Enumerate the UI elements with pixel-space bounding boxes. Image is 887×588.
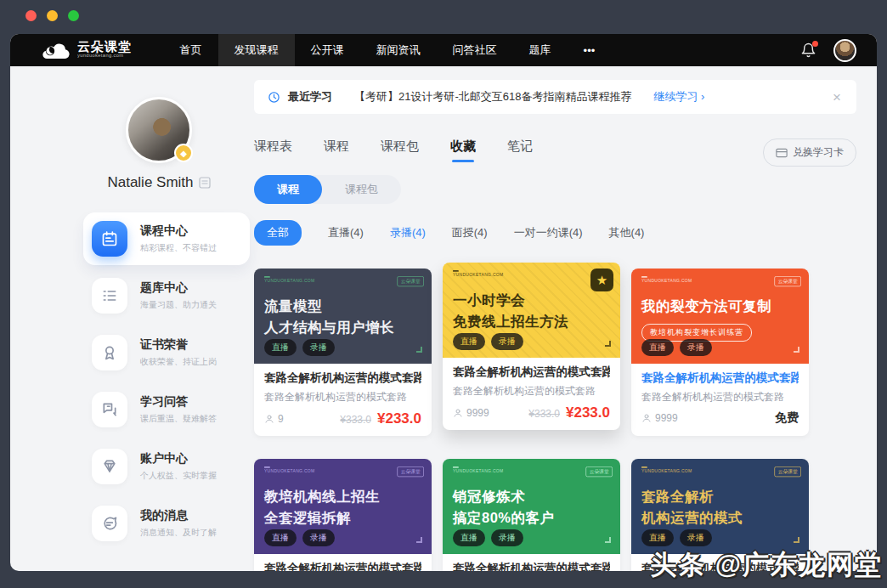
logo[interactable]: 云朵课堂 yunduoketang.com: [42, 41, 142, 60]
nav-item-open-classes[interactable]: 公开课: [295, 34, 360, 66]
course-card[interactable]: YUNDUOKETANG.COM ★ 一小时学会 免费线上招生方法 直播 录播: [443, 263, 620, 430]
cover-title-line1: 流量模型: [264, 296, 421, 317]
close-icon[interactable]: ×: [833, 90, 841, 105]
sidebar-item-certificates[interactable]: 证书荣誉 收获荣誉、持证上岗: [83, 326, 250, 379]
sidebar-item-course-center[interactable]: 课程中心 精彩课程、不容错过: [83, 212, 250, 265]
course-card[interactable]: YUNDUOKETANG.COM 云朵课堂 流量模型 人才结构与用户增长 直播 …: [254, 269, 432, 436]
tag-recorded: 录播: [680, 529, 712, 546]
calendar-icon: [92, 221, 127, 257]
nav-item-qa-community[interactable]: 问答社区: [437, 34, 513, 66]
message-icon: [92, 506, 127, 541]
current-price: ¥233.0: [566, 404, 610, 421]
sidebar-item-my-messages[interactable]: 我的消息 消息通知、及时了解: [83, 497, 250, 550]
toggle-course[interactable]: 课程: [254, 175, 322, 204]
maximize-window-button[interactable]: [68, 10, 79, 21]
tag-live: 直播: [641, 339, 674, 356]
menu-item-title: 题库中心: [140, 280, 217, 296]
cover-title-line1: 套路全解析: [641, 486, 799, 507]
filter-row: 全部 直播(4) 录播(4) 面授(4) 一对一约课(4) 其他(4): [254, 220, 856, 246]
course-type-toggle: 课程 课程包: [254, 175, 401, 204]
cover-site-text: YUNDUOKETANG.COM: [264, 276, 362, 284]
profile-avatar: ◆: [126, 97, 192, 163]
course-cover: YUNDUOKETANG.COM 云朵课堂 套路全解析 机构运营的模式 直播 录…: [631, 459, 809, 554]
cover-title-line2: 免费线上招生方法: [453, 311, 610, 332]
exchange-study-card-button[interactable]: 兑换学习卡: [763, 139, 856, 167]
course-info: 套路全解析机构运营的模式套路 套路全解析机构运营的模式套路 9999 ¥333.…: [443, 358, 620, 430]
tag-recorded: 录播: [302, 529, 335, 546]
sidebar-item-account-center[interactable]: 账户中心 个人权益、实时掌握: [83, 440, 250, 493]
course-info: 套路全解析机构运营的模式套路 套路全解析机构运营的模式套路 9999 免费: [631, 364, 809, 434]
course-title[interactable]: 套路全解析机构运营的模式套路: [453, 561, 610, 571]
menu-item-subtitle: 海量习题、助力通关: [140, 299, 217, 311]
filter-live[interactable]: 直播(4): [328, 225, 364, 240]
tag-live: 直播: [264, 339, 297, 356]
close-window-button[interactable]: [25, 10, 37, 21]
tag-recorded: 录播: [680, 339, 712, 356]
sidebar-item-learning-qa[interactable]: 学习问答 课后重温、疑难解答: [83, 383, 250, 436]
tag-live: 直播: [264, 529, 297, 546]
cover-site-text: YUNDUOKETANG.COM: [453, 270, 551, 278]
student-count: 9: [278, 413, 284, 425]
course-card[interactable]: YUNDUOKETANG.COM 云朵课堂 教培机构线上招生 全套逻辑拆解 直播…: [254, 459, 432, 571]
tab-courses[interactable]: 课程: [324, 139, 349, 162]
star-badge-icon: ★: [590, 269, 613, 291]
course-title[interactable]: 套路全解析机构运营的模式套路: [264, 370, 421, 386]
corner-bracket: [794, 347, 799, 353]
course-cover: YUNDUOKETANG.COM 云朵课堂 流量模型 人才结构与用户增长 直播 …: [254, 269, 432, 364]
corner-bracket: [416, 537, 422, 543]
cover-site-text: YUNDUOKETANG.COM: [453, 466, 551, 474]
course-cover: YUNDUOKETANG.COM ★ 一小时学会 免费线上招生方法 直播 录播: [443, 263, 620, 358]
sidebar: ◆ Natalie Smith: [10, 66, 240, 571]
menu-item-title: 账户中心: [140, 451, 217, 466]
menu-item-subtitle: 收获荣誉、持证上岗: [140, 356, 217, 368]
menu-item-subtitle: 课后重温、疑难解答: [140, 413, 217, 425]
course-card[interactable]: YUNDUOKETANG.COM 云朵课堂 销冠修炼术 搞定80%的客户 直播 …: [443, 459, 620, 571]
minimize-window-button[interactable]: [47, 10, 58, 21]
nav-item-news[interactable]: 新闻资讯: [360, 34, 437, 66]
cover-site-text: YUNDUOKETANG.COM: [641, 466, 739, 474]
continue-study-link[interactable]: 继续学习 ›: [653, 89, 704, 105]
card-icon: [776, 148, 788, 158]
toggle-course-package[interactable]: 课程包: [322, 175, 401, 204]
course-title[interactable]: 套路全解析机构运营的模式套路: [641, 370, 799, 386]
tag-recorded: 录播: [491, 333, 523, 350]
course-cover: YUNDUOKETANG.COM 云朵课堂 教培机构线上招生 全套逻辑拆解 直播…: [254, 459, 432, 554]
tag-recorded: 录播: [302, 339, 335, 356]
navbar-right: [800, 39, 856, 62]
cover-site-text: YUNDUOKETANG.COM: [264, 466, 362, 474]
user-avatar[interactable]: [833, 39, 856, 62]
filter-recorded[interactable]: 录播(4): [390, 225, 426, 240]
recent-study-bar: 最近学习 【考研】21设计考研-北邮交互618备考指南精品课程推荐 继续学习 ›…: [254, 80, 856, 114]
sidebar-item-question-bank-center[interactable]: 题库中心 海量习题、助力通关: [83, 269, 250, 322]
tab-course-packages[interactable]: 课程包: [381, 139, 419, 162]
filter-other[interactable]: 其他(4): [609, 225, 645, 240]
user-name: Natalie Smith: [107, 174, 193, 191]
tab-schedule[interactable]: 课程表: [254, 139, 292, 162]
clock-icon: [268, 91, 280, 104]
nav-item-more[interactable]: •••: [568, 34, 612, 66]
nav-item-question-bank[interactable]: 题库: [513, 34, 568, 66]
tab-notes[interactable]: 笔记: [507, 139, 533, 162]
diamond-icon: [92, 449, 127, 484]
toutiao-watermark: 头条 @广东龙网堂: [650, 547, 883, 583]
corner-bracket: [605, 341, 611, 347]
tab-favorites[interactable]: 收藏: [450, 139, 476, 162]
list-icon: [92, 278, 127, 314]
current-price: ¥233.0: [377, 410, 421, 427]
filter-in-person[interactable]: 面授(4): [452, 225, 488, 240]
course-title[interactable]: 套路全解析机构运营的模式套路: [264, 561, 421, 571]
notifications-bell-icon[interactable]: [800, 42, 816, 59]
nav-item-home[interactable]: 首页: [164, 34, 218, 66]
filter-all[interactable]: 全部: [254, 220, 302, 246]
filter-one-on-one[interactable]: 一对一约课(4): [514, 225, 583, 240]
course-grid: YUNDUOKETANG.COM 云朵课堂 流量模型 人才结构与用户增长 直播 …: [254, 269, 856, 571]
course-card[interactable]: YUNDUOKETANG.COM 云朵课堂 我的裂变方法可复制 教培机构裂变增长…: [631, 269, 809, 436]
menu-item-subtitle: 个人权益、实时掌握: [140, 470, 217, 482]
course-title[interactable]: 套路全解析机构运营的模式套路: [453, 365, 610, 380]
menu-item-subtitle: 消息通知、及时了解: [140, 527, 217, 539]
recent-study-label: 最近学习: [288, 89, 332, 105]
student-count: 9999: [655, 412, 678, 424]
nav-item-discover-courses[interactable]: 发现课程: [218, 34, 295, 66]
person-icon: [641, 413, 652, 423]
menu-item-title: 课程中心: [140, 223, 217, 239]
